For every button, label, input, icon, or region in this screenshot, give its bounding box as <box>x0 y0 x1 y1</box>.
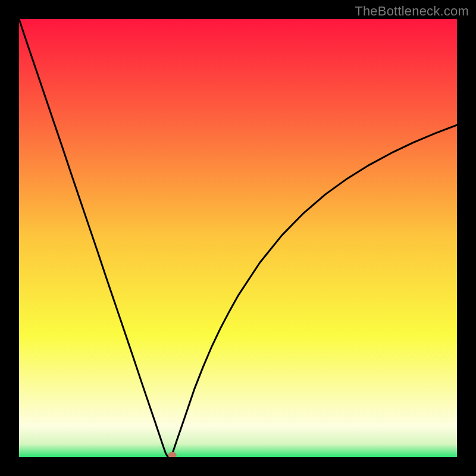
watermark-text: TheBottleneck.com <box>355 4 469 19</box>
gradient-background <box>19 19 457 457</box>
plot-area <box>19 19 457 457</box>
chart-frame: TheBottleneck.com <box>0 0 476 476</box>
chart-svg <box>19 19 457 457</box>
